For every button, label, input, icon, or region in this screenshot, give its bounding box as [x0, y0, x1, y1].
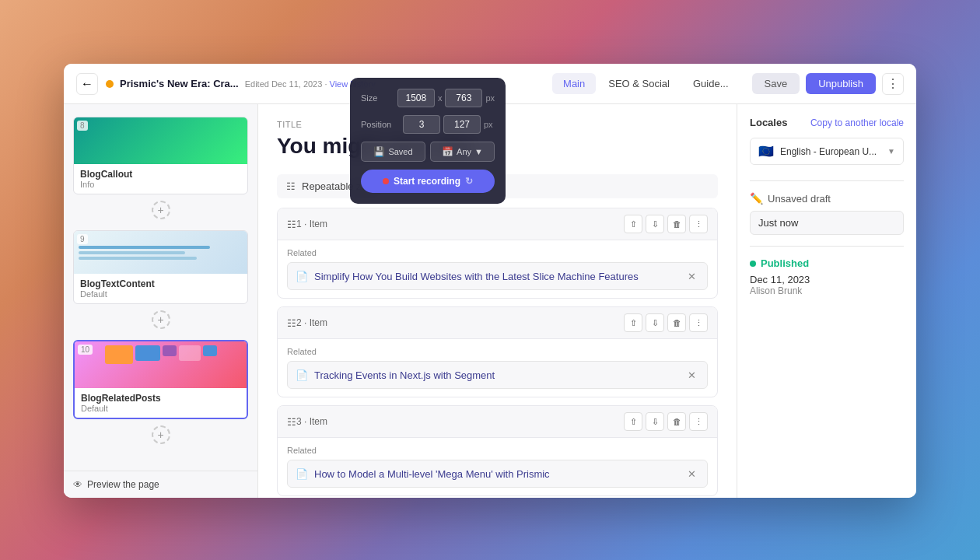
more-options-button[interactable]: ⋮ — [689, 412, 708, 431]
size-inputs: x px — [397, 89, 495, 107]
save-button[interactable]: Save — [752, 73, 800, 94]
add-between-button[interactable]: + — [152, 310, 170, 329]
sidebar-item: 8 BlogCallout Info — [64, 110, 257, 201]
position-unit: px — [484, 120, 493, 129]
pencil-icon: ✏️ — [750, 192, 763, 205]
move-up-button[interactable]: ⇧ — [624, 313, 642, 332]
card-thumbnail — [74, 117, 247, 164]
link-text: Simplify How You Build Websites with the… — [314, 271, 677, 282]
eye-icon: 👁 — [73, 479, 82, 490]
width-input[interactable] — [397, 89, 435, 107]
locale-flag: 🇪🇺 — [758, 144, 774, 159]
published-date: Dec 11, 2023 — [750, 274, 904, 285]
item-icon: ☷ — [287, 317, 296, 329]
related-link[interactable]: 📄 Tracking Events in Next.js with Segmen… — [287, 361, 708, 389]
card-number: 8 — [77, 121, 88, 131]
document-icon: 📄 — [296, 468, 308, 480]
move-up-button[interactable]: ⇧ — [624, 412, 642, 431]
pos-x-input[interactable] — [403, 115, 440, 134]
height-input[interactable] — [445, 89, 482, 107]
copy-locale-link[interactable]: Copy to another locale — [810, 117, 904, 128]
published-author: Alison Brunk — [750, 285, 904, 296]
position-label: Position — [361, 120, 397, 129]
document-icon: 📄 — [296, 271, 308, 282]
more-options-button[interactable]: ⋮ — [689, 215, 708, 233]
mini-block — [135, 345, 160, 361]
published-header: Published — [750, 257, 904, 269]
saved-label: Saved — [388, 147, 412, 156]
card-subtitle: Default — [81, 404, 240, 413]
item-number: 2 · Item — [296, 317, 624, 328]
locales-section: Locales Copy to another locale 🇪🇺 Englis… — [750, 117, 904, 165]
start-recording-button[interactable]: Start recording ↻ — [361, 170, 495, 193]
locales-title: Locales — [750, 117, 787, 128]
draft-time-input[interactable] — [750, 211, 904, 235]
card-number: 10 — [78, 345, 93, 355]
save-icon: 💾 — [373, 146, 385, 157]
related-label: Related — [287, 347, 708, 356]
zone-icon: ☷ — [286, 180, 296, 192]
card-number: 9 — [77, 234, 88, 244]
remove-link-button[interactable]: ✕ — [684, 268, 699, 284]
blog-callout-card[interactable]: 8 BlogCallout Info — [73, 117, 248, 194]
item-content: Related 📄 How to Model a Multi-level 'Me… — [278, 438, 717, 495]
related-link[interactable]: 📄 Simplify How You Build Websites with t… — [287, 262, 708, 290]
card-info: BlogRelatedPosts Default — [75, 388, 247, 418]
mini-block — [163, 345, 177, 356]
doc-title: Prismic's New Era: Cra... — [120, 78, 239, 89]
calendar-icon: 📅 — [442, 146, 453, 157]
tab-guide[interactable]: Guide... — [682, 73, 740, 94]
related-label: Related — [287, 248, 708, 257]
draft-section: ✏️ Unsaved draft — [750, 180, 904, 235]
saved-button[interactable]: 💾 Saved — [361, 142, 425, 162]
card-info: BlogTextContent Default — [74, 274, 247, 303]
delete-button[interactable]: 🗑 — [667, 313, 686, 332]
add-between-button[interactable]: + — [152, 425, 170, 444]
link-text: How to Model a Multi-level 'Mega Menu' w… — [314, 468, 677, 480]
remove-link-button[interactable]: ✕ — [684, 367, 699, 383]
mini-block — [105, 345, 133, 364]
pos-y-input[interactable] — [443, 115, 481, 134]
sidebar-item: 10 BlogRelatedPosts Default — [64, 334, 257, 425]
move-up-button[interactable]: ⇧ — [624, 215, 642, 233]
locale-text: English - European U... — [780, 146, 881, 157]
related-link[interactable]: 📄 How to Model a Multi-level 'Mega Menu'… — [287, 460, 708, 488]
card-subtitle: Default — [80, 289, 241, 299]
doc-status-dot — [106, 80, 114, 88]
blog-related-posts-card[interactable]: 10 BlogRelatedPosts Default — [73, 340, 248, 419]
move-down-button[interactable]: ⇩ — [646, 215, 664, 233]
card-thumbnail — [74, 231, 247, 274]
left-sidebar: 8 BlogCallout Info + — [64, 104, 258, 498]
card-info: BlogCallout Info — [74, 164, 247, 194]
move-down-button[interactable]: ⇩ — [646, 412, 664, 431]
unpublish-button[interactable]: Unpublish — [806, 73, 876, 94]
mini-block — [203, 345, 217, 356]
size-row: Size x px — [361, 89, 495, 107]
more-button[interactable]: ⋮ — [882, 73, 904, 95]
delete-button[interactable]: 🗑 — [667, 412, 686, 431]
back-button[interactable]: ← — [76, 73, 98, 95]
delete-button[interactable]: 🗑 — [667, 215, 686, 233]
any-button[interactable]: 📅 Any ▼ — [430, 142, 495, 162]
remove-link-button[interactable]: ✕ — [684, 466, 699, 481]
position-row: Position px — [361, 115, 495, 134]
item-icon: ☷ — [287, 416, 296, 428]
mini-block — [179, 345, 201, 361]
blog-text-content-card[interactable]: 9 BlogTextContent Default — [73, 230, 248, 304]
preview-page-text[interactable]: Preview the page — [87, 479, 159, 490]
tab-seo-social[interactable]: SEO & Social — [597, 73, 681, 94]
move-down-button[interactable]: ⇩ — [646, 313, 664, 332]
add-between-button[interactable]: + — [152, 201, 170, 219]
tab-main[interactable]: Main — [552, 73, 596, 94]
nav-tabs: Main SEO & Social Guide... — [552, 73, 739, 94]
locale-select[interactable]: 🇪🇺 English - European U... ▼ — [750, 138, 904, 165]
card-thumbnail — [75, 341, 247, 388]
sidebar-items-list: 8 BlogCallout Info + — [64, 104, 257, 471]
more-options-button[interactable]: ⋮ — [689, 313, 708, 332]
repeatable-item-2: ☷ 2 · Item ⇧ ⇩ 🗑 ⋮ Related 📄 — [277, 306, 718, 397]
link-text: Tracking Events in Next.js with Segment — [314, 369, 677, 381]
card-title: BlogTextContent — [80, 278, 241, 289]
item-content: Related 📄 Simplify How You Build Website… — [278, 240, 717, 298]
x-separator: x — [438, 93, 443, 103]
card-text-decoration — [156, 131, 166, 151]
